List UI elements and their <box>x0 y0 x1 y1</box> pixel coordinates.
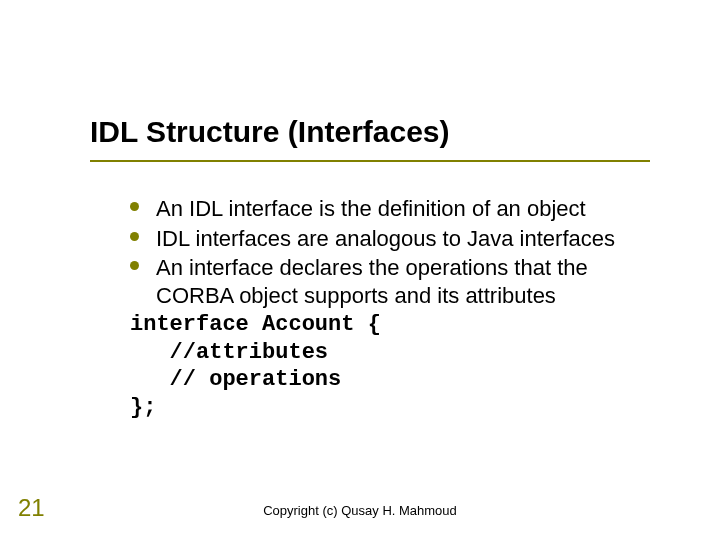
code-line: // operations <box>130 366 670 394</box>
bullet-icon <box>130 232 139 241</box>
bullet-text: An interface declares the operations tha… <box>156 255 588 308</box>
bullet-item: An interface declares the operations tha… <box>130 254 670 309</box>
code-line: //attributes <box>130 339 670 367</box>
bullet-icon <box>130 261 139 270</box>
slide-body: An IDL interface is the definition of an… <box>130 195 670 421</box>
title-wrap: IDL Structure (Interfaces) <box>90 115 680 149</box>
bullet-item: An IDL interface is the definition of an… <box>130 195 670 223</box>
copyright-text: Copyright (c) Qusay H. Mahmoud <box>0 503 720 518</box>
bullet-icon <box>130 202 139 211</box>
bullet-text: An IDL interface is the definition of an… <box>156 196 586 221</box>
slide-title: IDL Structure (Interfaces) <box>90 115 680 149</box>
slide: IDL Structure (Interfaces) An IDL interf… <box>0 0 720 540</box>
bullet-item: IDL interfaces are analogous to Java int… <box>130 225 670 253</box>
bullet-text: IDL interfaces are analogous to Java int… <box>156 226 615 251</box>
title-divider <box>90 160 650 162</box>
code-line: }; <box>130 394 670 422</box>
code-line: interface Account { <box>130 311 670 339</box>
